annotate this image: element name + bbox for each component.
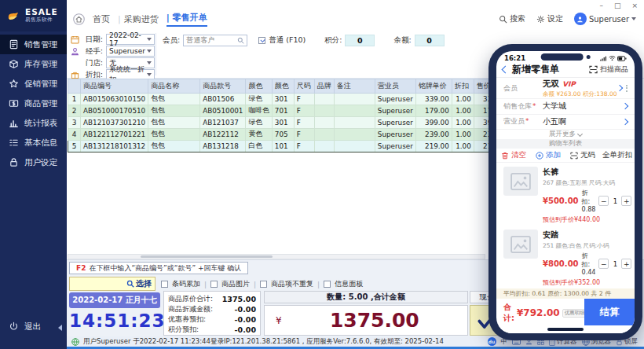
order-items-table: 商品编号商品名称商品款号颜色颜色尺码品牌备注营业员铭牌单价折扣售价单价 1AB0… [68, 79, 510, 152]
member-row[interactable]: 会员 无双 VIP 余额 ¥263.00 积分:138.00 [496, 78, 635, 99]
close-button[interactable]: × [631, 2, 638, 9]
sidebar-item-label: 基本信息 [24, 138, 57, 149]
clerk-row[interactable]: 营业员* 小五啊 [496, 115, 635, 130]
scan-product-button[interactable]: 扫描商品 [589, 64, 628, 75]
table-row[interactable]: 2AB051000170510包包AB0510001咖啡色701FSuperus… [68, 105, 510, 117]
sidebar-item-promotion[interactable]: 促销管理 [0, 74, 67, 94]
horizontal-scrollbar[interactable] [68, 254, 485, 259]
clerk-value: 小五啊 [543, 116, 566, 127]
item-attrs: 251 颜色:白色 尺码:小码 [543, 242, 628, 250]
full-order-discount-button[interactable]: 全单折扣 [600, 150, 635, 160]
balance-value: 0 [415, 35, 445, 46]
sidebar-item-reports[interactable]: 统计报表 [0, 113, 67, 133]
sidebar-item-label: 统计报表 [24, 118, 57, 129]
handler-label: 经手: [82, 46, 103, 57]
sidebar-item-user-settings[interactable]: 用户设定 [0, 152, 67, 172]
table-row-selected[interactable]: 5AB131218101312包包AB131218白色101FSuperuser… [68, 141, 510, 152]
sidebar-item-inventory[interactable]: 库存管理 [0, 54, 67, 74]
member-input[interactable]: 普通客户 [183, 35, 247, 46]
checkout-button[interactable]: 结算 [584, 299, 635, 325]
collapse-sidebar-icon[interactable] [58, 325, 62, 331]
user-menu[interactable]: Superuser [574, 13, 636, 25]
search-button[interactable]: 搜索 [499, 13, 525, 24]
item-qty: 1 [611, 197, 619, 205]
divider [156, 33, 156, 75]
item-attrs: 267 颜色:五彩黑 尺码:大码 [543, 179, 628, 187]
esale-swoosh-icon [5, 8, 21, 24]
gift-icon [71, 71, 79, 79]
points-label: 积分: [324, 35, 342, 46]
discount-detail-badge[interactable]: 优惠明细 [562, 309, 587, 318]
barcode-accumulate-checkbox[interactable] [161, 281, 168, 288]
sidebar: ESALE 易售乐软件 销售管理 库存管理 促销管理 商品管理 [0, 0, 67, 349]
tab-retail-billing[interactable]: |零售开单 [166, 12, 207, 27]
minus-button[interactable]: − [598, 259, 609, 269]
tab-home[interactable]: 首页 [93, 13, 110, 25]
scrollbar-thumb[interactable] [141, 255, 273, 258]
phone-mockup: 16:21 新增零售单 扫描商品 会员 无双 [488, 44, 642, 340]
cart-item[interactable]: 长裤 267 颜色:五彩黑 尺码:大码 ¥500.00 折扣: 0.88 − 1… [496, 163, 635, 226]
quantity-summary: 数量: 5.00 ,合计金额 [264, 291, 468, 303]
exit-button[interactable]: 退出 [0, 317, 67, 336]
tab-purchase[interactable]: |采购进货 [118, 13, 159, 25]
globe-icon [71, 338, 79, 346]
no-duplicate-checkbox[interactable] [260, 281, 267, 288]
search-icon [499, 15, 507, 24]
date-label: 日期: [82, 35, 103, 45]
barcode-input[interactable]: 选择 [69, 277, 156, 291]
magnifier-icon [237, 37, 244, 44]
settings-button[interactable]: 设定 [536, 13, 563, 24]
plus-button[interactable]: + [621, 259, 631, 269]
table-row[interactable]: 3AB121037301210包包AB121037绿色301FSuperuser… [68, 117, 510, 129]
table-row[interactable]: 1AB015063010150包包AB01506绿色301FSuperuser3… [68, 94, 510, 105]
checkbox-label: 信息面板 [335, 279, 363, 289]
minimize-button[interactable]: – [599, 2, 603, 9]
f2-key-label: F2 [76, 264, 86, 272]
add-item-button[interactable]: 添加 [531, 150, 565, 160]
expand-more-button[interactable]: 展开更多 [496, 130, 635, 139]
clerk-label: 营业员 [503, 117, 525, 125]
phone-page-title: 新增零售单 [512, 63, 559, 76]
phone-screen: 16:21 新增零售单 扫描商品 会员 无双 [496, 51, 635, 333]
ime-icon[interactable]: du [488, 337, 496, 346]
more-options-icon[interactable] [626, 85, 628, 92]
date-dropdown[interactable]: 2022-02-17 [106, 34, 155, 45]
home-icon[interactable] [73, 13, 85, 25]
scan-icon [589, 65, 598, 74]
sidebar-item-basic-info[interactable]: 基本信息 [0, 133, 67, 152]
wifi-icon [609, 55, 616, 61]
phone-chin [496, 325, 635, 333]
warehouse-label: 销售仓库 [503, 102, 532, 110]
box-icon [9, 59, 19, 69]
total-value: -0.00 [235, 305, 256, 314]
member-name: 无双 [543, 79, 559, 90]
item-qty: 1 [611, 260, 619, 268]
back-icon[interactable] [502, 66, 510, 74]
calendar-icon [71, 35, 79, 44]
handler-dropdown[interactable]: Superuser [106, 46, 155, 57]
warehouse-value: 大学城 [543, 101, 566, 112]
member-balance-points: 余额 ¥263.00 积分:138.00 [543, 90, 617, 98]
maximize-button[interactable]: □ [614, 2, 621, 9]
total-value: -0.00 [235, 325, 256, 334]
balance-label: 余额: [393, 35, 411, 46]
option-checkboxes: 条码累加 | 商品图片 | 商品项不重复 | 信息面板 [161, 279, 363, 289]
no-barcode-button[interactable]: 无码 [565, 150, 600, 160]
battery-icon [617, 56, 627, 61]
product-image-placeholder [503, 167, 538, 196]
total-value: -0.00 [235, 315, 256, 324]
warehouse-row[interactable]: 销售仓库* 大学城 [496, 99, 635, 115]
product-image-checkbox[interactable] [210, 281, 218, 288]
sidebar-item-goods[interactable]: 商品管理 [0, 94, 67, 113]
table-row[interactable]: 4AB122112701221包包AB122112黄色705FSuperuser… [68, 129, 510, 141]
cart-item[interactable]: 安踏 251 颜色:白色 尺码:小码 ¥800.00 折扣: 0.44 − 1 … [496, 226, 635, 288]
plus-button[interactable]: + [621, 196, 631, 206]
clear-cart-button[interactable]: 清空 [496, 150, 531, 160]
select-button[interactable]: 选择 [126, 278, 152, 289]
sidebar-item-sales[interactable]: 销售管理 [0, 35, 67, 54]
info-panel-checkbox[interactable] [324, 281, 331, 288]
minus-button[interactable]: − [598, 196, 609, 206]
required-asterisk: * [525, 117, 529, 125]
sidebar-item-label: 促销管理 [24, 79, 57, 90]
normal-member-checkbox[interactable] [258, 37, 265, 44]
